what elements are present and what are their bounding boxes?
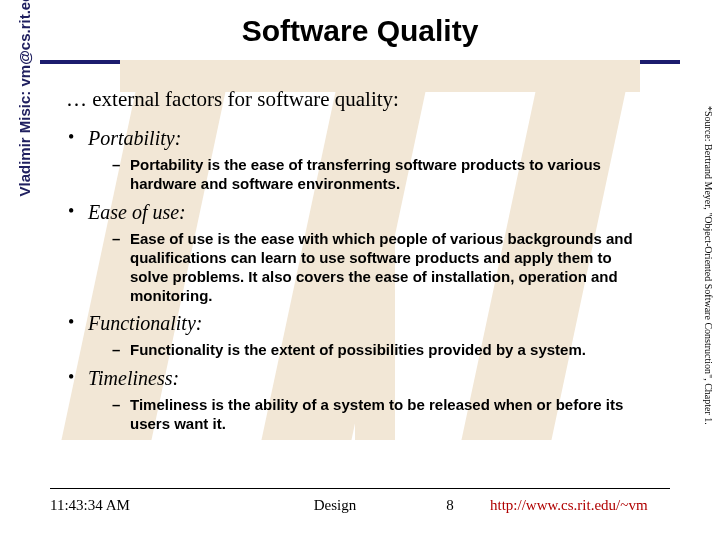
list-item: Timeliness: Timeliness is the ability of…: [66, 366, 660, 433]
list-item: Ease of use: Ease of use is the ease wit…: [66, 200, 660, 306]
factor-definition: Portability is the ease of transferring …: [88, 155, 660, 193]
factor-definition: Functionality is the extent of possibili…: [88, 340, 660, 359]
list-item: Functionality: Functionality is the exte…: [66, 311, 660, 359]
factor-term: Functionality:: [88, 312, 202, 334]
author-sidebar: Vladimir Misic: vm@cs.rit.edu: [16, 0, 33, 280]
factor-definition: Ease of use is the ease with which peopl…: [88, 229, 660, 306]
lead-text: … external factors for software quality:: [66, 86, 660, 112]
source-citation: *Source: Bertrand Meyer, "Object-Oriente…: [703, 106, 714, 466]
content-area: … external factors for software quality:…: [0, 64, 720, 433]
footer: 11:43:34 AM Design 8 http://www.cs.rit.e…: [50, 488, 670, 514]
factor-term: Ease of use:: [88, 201, 186, 223]
page-title: Software Quality: [0, 0, 720, 54]
factor-definition: Timeliness is the ability of a system to…: [88, 395, 660, 433]
list-item: Portability: Portability is the ease of …: [66, 126, 660, 193]
footer-timestamp: 11:43:34 AM: [50, 497, 250, 514]
footer-page-number: 8: [420, 497, 480, 514]
footer-section: Design: [250, 497, 420, 514]
footer-url: http://www.cs.rit.edu/~vm: [480, 497, 670, 514]
factor-term: Timeliness:: [88, 367, 179, 389]
factor-list: Portability: Portability is the ease of …: [66, 126, 660, 433]
factor-term: Portability:: [88, 127, 181, 149]
footer-divider: [50, 488, 670, 489]
